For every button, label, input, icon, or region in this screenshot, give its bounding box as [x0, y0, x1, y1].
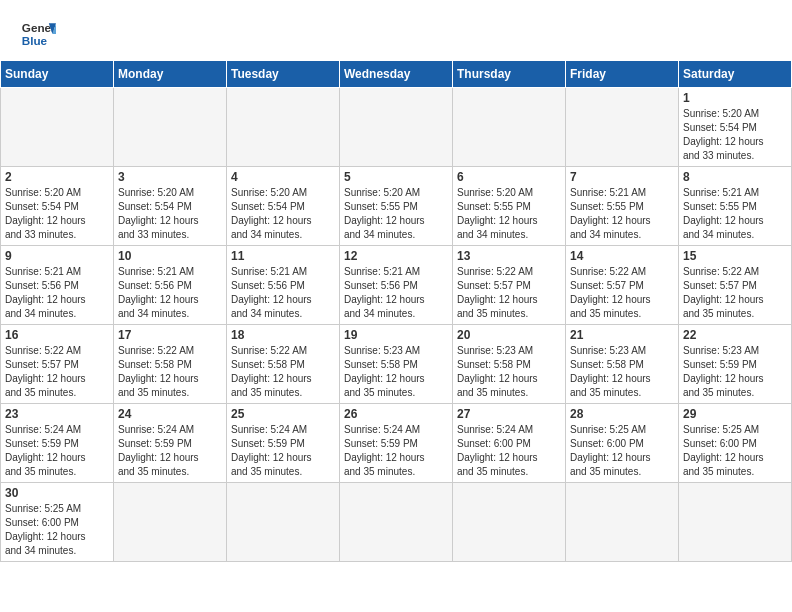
- calendar-day-24: 24Sunrise: 5:24 AM Sunset: 5:59 PM Dayli…: [114, 404, 227, 483]
- day-info: Sunrise: 5:24 AM Sunset: 5:59 PM Dayligh…: [118, 423, 222, 479]
- day-info: Sunrise: 5:20 AM Sunset: 5:54 PM Dayligh…: [231, 186, 335, 242]
- calendar-day-12: 12Sunrise: 5:21 AM Sunset: 5:56 PM Dayli…: [340, 246, 453, 325]
- col-header-sunday: Sunday: [1, 61, 114, 88]
- calendar-day-23: 23Sunrise: 5:24 AM Sunset: 5:59 PM Dayli…: [1, 404, 114, 483]
- calendar-day-empty: [114, 483, 227, 562]
- day-info: Sunrise: 5:21 AM Sunset: 5:56 PM Dayligh…: [231, 265, 335, 321]
- day-number: 25: [231, 407, 335, 421]
- calendar-day-6: 6Sunrise: 5:20 AM Sunset: 5:55 PM Daylig…: [453, 167, 566, 246]
- day-number: 20: [457, 328, 561, 342]
- day-info: Sunrise: 5:20 AM Sunset: 5:55 PM Dayligh…: [344, 186, 448, 242]
- day-number: 29: [683, 407, 787, 421]
- day-number: 16: [5, 328, 109, 342]
- svg-text:Blue: Blue: [22, 34, 48, 47]
- day-info: Sunrise: 5:22 AM Sunset: 5:58 PM Dayligh…: [118, 344, 222, 400]
- calendar-day-empty: [453, 483, 566, 562]
- calendar-week-6: 30Sunrise: 5:25 AM Sunset: 6:00 PM Dayli…: [1, 483, 792, 562]
- calendar-day-8: 8Sunrise: 5:21 AM Sunset: 5:55 PM Daylig…: [679, 167, 792, 246]
- calendar-day-7: 7Sunrise: 5:21 AM Sunset: 5:55 PM Daylig…: [566, 167, 679, 246]
- day-info: Sunrise: 5:21 AM Sunset: 5:55 PM Dayligh…: [683, 186, 787, 242]
- calendar-header-row: SundayMondayTuesdayWednesdayThursdayFrid…: [1, 61, 792, 88]
- col-header-monday: Monday: [114, 61, 227, 88]
- calendar-day-empty: [114, 88, 227, 167]
- calendar-day-empty: [1, 88, 114, 167]
- day-info: Sunrise: 5:24 AM Sunset: 5:59 PM Dayligh…: [344, 423, 448, 479]
- day-info: Sunrise: 5:22 AM Sunset: 5:58 PM Dayligh…: [231, 344, 335, 400]
- day-info: Sunrise: 5:24 AM Sunset: 5:59 PM Dayligh…: [231, 423, 335, 479]
- day-info: Sunrise: 5:22 AM Sunset: 5:57 PM Dayligh…: [683, 265, 787, 321]
- day-number: 30: [5, 486, 109, 500]
- day-info: Sunrise: 5:22 AM Sunset: 5:57 PM Dayligh…: [457, 265, 561, 321]
- calendar-day-15: 15Sunrise: 5:22 AM Sunset: 5:57 PM Dayli…: [679, 246, 792, 325]
- calendar-day-14: 14Sunrise: 5:22 AM Sunset: 5:57 PM Dayli…: [566, 246, 679, 325]
- day-number: 19: [344, 328, 448, 342]
- day-number: 10: [118, 249, 222, 263]
- day-number: 24: [118, 407, 222, 421]
- day-info: Sunrise: 5:21 AM Sunset: 5:56 PM Dayligh…: [344, 265, 448, 321]
- calendar-table: SundayMondayTuesdayWednesdayThursdayFrid…: [0, 60, 792, 562]
- day-info: Sunrise: 5:20 AM Sunset: 5:54 PM Dayligh…: [683, 107, 787, 163]
- col-header-saturday: Saturday: [679, 61, 792, 88]
- day-info: Sunrise: 5:23 AM Sunset: 5:58 PM Dayligh…: [457, 344, 561, 400]
- calendar-day-11: 11Sunrise: 5:21 AM Sunset: 5:56 PM Dayli…: [227, 246, 340, 325]
- calendar-day-29: 29Sunrise: 5:25 AM Sunset: 6:00 PM Dayli…: [679, 404, 792, 483]
- header: General Blue: [0, 0, 792, 60]
- day-info: Sunrise: 5:20 AM Sunset: 5:55 PM Dayligh…: [457, 186, 561, 242]
- day-number: 18: [231, 328, 335, 342]
- day-number: 2: [5, 170, 109, 184]
- calendar-week-1: 1Sunrise: 5:20 AM Sunset: 5:54 PM Daylig…: [1, 88, 792, 167]
- calendar-day-5: 5Sunrise: 5:20 AM Sunset: 5:55 PM Daylig…: [340, 167, 453, 246]
- calendar-day-4: 4Sunrise: 5:20 AM Sunset: 5:54 PM Daylig…: [227, 167, 340, 246]
- col-header-wednesday: Wednesday: [340, 61, 453, 88]
- calendar-day-1: 1Sunrise: 5:20 AM Sunset: 5:54 PM Daylig…: [679, 88, 792, 167]
- col-header-friday: Friday: [566, 61, 679, 88]
- calendar-day-empty: [566, 88, 679, 167]
- logo: General Blue: [20, 16, 56, 52]
- day-number: 28: [570, 407, 674, 421]
- col-header-tuesday: Tuesday: [227, 61, 340, 88]
- calendar-day-empty: [227, 88, 340, 167]
- day-info: Sunrise: 5:20 AM Sunset: 5:54 PM Dayligh…: [5, 186, 109, 242]
- calendar-day-empty: [227, 483, 340, 562]
- day-number: 1: [683, 91, 787, 105]
- calendar-day-17: 17Sunrise: 5:22 AM Sunset: 5:58 PM Dayli…: [114, 325, 227, 404]
- day-number: 12: [344, 249, 448, 263]
- day-number: 27: [457, 407, 561, 421]
- calendar-day-26: 26Sunrise: 5:24 AM Sunset: 5:59 PM Dayli…: [340, 404, 453, 483]
- day-number: 3: [118, 170, 222, 184]
- calendar-day-empty: [453, 88, 566, 167]
- day-number: 8: [683, 170, 787, 184]
- page-container: General Blue SundayMondayTuesdayWednesda…: [0, 0, 792, 562]
- day-number: 6: [457, 170, 561, 184]
- day-info: Sunrise: 5:24 AM Sunset: 5:59 PM Dayligh…: [5, 423, 109, 479]
- calendar-day-empty: [679, 483, 792, 562]
- calendar-day-16: 16Sunrise: 5:22 AM Sunset: 5:57 PM Dayli…: [1, 325, 114, 404]
- day-number: 9: [5, 249, 109, 263]
- calendar-week-5: 23Sunrise: 5:24 AM Sunset: 5:59 PM Dayli…: [1, 404, 792, 483]
- day-info: Sunrise: 5:21 AM Sunset: 5:56 PM Dayligh…: [118, 265, 222, 321]
- day-info: Sunrise: 5:20 AM Sunset: 5:54 PM Dayligh…: [118, 186, 222, 242]
- calendar-day-3: 3Sunrise: 5:20 AM Sunset: 5:54 PM Daylig…: [114, 167, 227, 246]
- day-info: Sunrise: 5:21 AM Sunset: 5:55 PM Dayligh…: [570, 186, 674, 242]
- day-number: 21: [570, 328, 674, 342]
- calendar-day-21: 21Sunrise: 5:23 AM Sunset: 5:58 PM Dayli…: [566, 325, 679, 404]
- calendar-day-13: 13Sunrise: 5:22 AM Sunset: 5:57 PM Dayli…: [453, 246, 566, 325]
- day-info: Sunrise: 5:22 AM Sunset: 5:57 PM Dayligh…: [570, 265, 674, 321]
- calendar-week-4: 16Sunrise: 5:22 AM Sunset: 5:57 PM Dayli…: [1, 325, 792, 404]
- day-number: 17: [118, 328, 222, 342]
- day-number: 22: [683, 328, 787, 342]
- calendar-day-2: 2Sunrise: 5:20 AM Sunset: 5:54 PM Daylig…: [1, 167, 114, 246]
- day-number: 4: [231, 170, 335, 184]
- day-number: 23: [5, 407, 109, 421]
- day-info: Sunrise: 5:22 AM Sunset: 5:57 PM Dayligh…: [5, 344, 109, 400]
- calendar-day-19: 19Sunrise: 5:23 AM Sunset: 5:58 PM Dayli…: [340, 325, 453, 404]
- day-info: Sunrise: 5:25 AM Sunset: 6:00 PM Dayligh…: [5, 502, 109, 558]
- day-number: 13: [457, 249, 561, 263]
- calendar-day-18: 18Sunrise: 5:22 AM Sunset: 5:58 PM Dayli…: [227, 325, 340, 404]
- day-info: Sunrise: 5:25 AM Sunset: 6:00 PM Dayligh…: [683, 423, 787, 479]
- calendar-week-2: 2Sunrise: 5:20 AM Sunset: 5:54 PM Daylig…: [1, 167, 792, 246]
- day-number: 14: [570, 249, 674, 263]
- col-header-thursday: Thursday: [453, 61, 566, 88]
- day-info: Sunrise: 5:25 AM Sunset: 6:00 PM Dayligh…: [570, 423, 674, 479]
- calendar-day-22: 22Sunrise: 5:23 AM Sunset: 5:59 PM Dayli…: [679, 325, 792, 404]
